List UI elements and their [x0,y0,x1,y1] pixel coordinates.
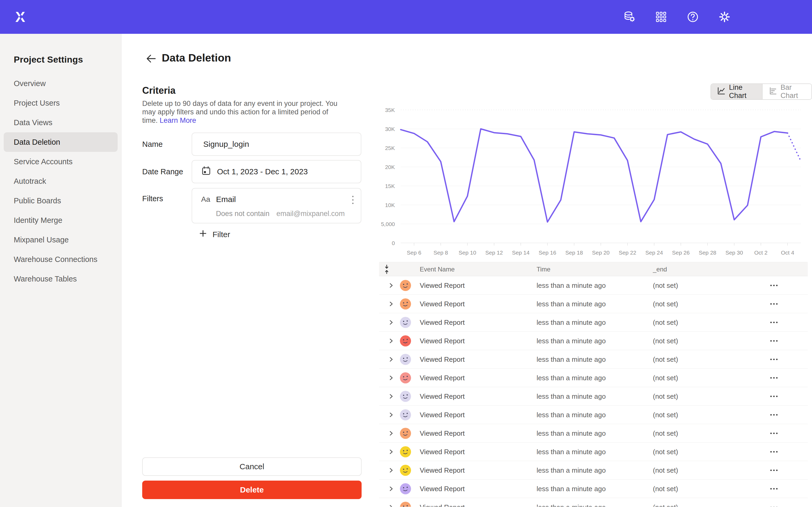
table-row[interactable]: Viewed Report less than a minute ago (no… [379,406,808,424]
filter-card[interactable]: Aa Email Does not contain email@mixpanel… [192,188,361,223]
bar-chart-toggle[interactable]: Bar Chart [763,84,811,99]
y-axis-label: 15K [385,183,395,189]
cancel-button[interactable]: Cancel [142,457,362,476]
x-axis-label: Sep 22 [619,249,637,256]
row-expand-chevron-icon[interactable] [389,480,397,498]
row-menu-icon[interactable] [769,332,780,350]
x-axis-label: Sep 30 [725,249,743,256]
table-row[interactable]: Viewed Report less than a minute ago (no… [379,424,808,443]
topbar-icon-group [622,0,732,34]
date-range-field[interactable]: Oct 1, 2023 - Dec 1, 2023 [192,160,361,183]
row-expand-chevron-icon[interactable] [389,424,397,443]
table-row[interactable]: Viewed Report less than a minute ago (no… [379,387,808,406]
row-expand-chevron-icon[interactable] [389,461,397,480]
table-row[interactable]: Viewed Report less than a minute ago (no… [379,313,808,332]
back-arrow-icon[interactable] [145,52,158,65]
row-expand-chevron-icon[interactable] [389,276,397,295]
time-cell: less than a minute ago [537,480,606,498]
sidebar-item-public-boards[interactable]: Public Boards [0,191,121,211]
y-axis-label: 10K [385,202,395,208]
row-menu-icon[interactable] [769,424,780,443]
row-menu-icon[interactable] [769,461,780,480]
table-row[interactable]: Viewed Report less than a minute ago (no… [379,369,808,387]
user-avatar [400,372,411,383]
sidebar-item-project-users[interactable]: Project Users [0,93,121,113]
filter-operator[interactable]: Does not contain [216,210,270,218]
help-icon[interactable] [685,9,701,24]
row-menu-icon[interactable] [769,369,780,387]
learn-more-link[interactable]: Learn More [160,116,196,124]
mixpanel-logo-icon[interactable]: X [15,9,30,25]
table-row[interactable]: Viewed Report less than a minute ago (no… [379,350,808,369]
time-cell: less than a minute ago [537,369,606,387]
y-axis-label: 30K [385,126,395,132]
name-field[interactable] [192,132,361,156]
user-avatar [400,483,411,494]
sort-vertical-icon[interactable] [383,262,390,277]
sidebar-item-overview[interactable]: Overview [0,74,121,93]
events-table: Event Name Time _end Viewed Report less … [379,262,808,507]
data-management-icon[interactable] [622,9,637,24]
row-menu-icon[interactable] [769,276,780,295]
table-row[interactable]: Viewed Report less than a minute ago (no… [379,461,808,480]
row-menu-icon[interactable] [769,350,780,369]
row-expand-chevron-icon[interactable] [389,369,397,387]
row-menu-icon[interactable] [769,443,780,461]
row-expand-chevron-icon[interactable] [389,350,397,369]
event-name-cell: Viewed Report [420,295,465,313]
row-menu-icon[interactable] [769,387,780,406]
delete-button[interactable]: Delete [142,481,362,499]
x-axis-label: Sep 20 [592,249,610,256]
row-expand-chevron-icon[interactable] [389,332,397,350]
user-avatar [400,446,411,457]
row-menu-icon[interactable] [769,406,780,424]
sidebar-item-warehouse-connections[interactable]: Warehouse Connections [0,249,121,269]
row-expand-chevron-icon[interactable] [389,406,397,424]
table-row[interactable]: Viewed Report less than a minute ago (no… [379,295,808,313]
table-row[interactable]: Viewed Report less than a minute ago (no… [379,276,808,295]
column-header-end[interactable]: _end [653,262,667,277]
bar-chart-icon [768,87,777,97]
filter-menu-icon[interactable] [351,194,355,206]
column-header-time[interactable]: Time [537,262,550,277]
end-cell: (not set) [653,350,678,369]
row-expand-chevron-icon[interactable] [389,498,397,507]
sidebar-item-data-deletion[interactable]: Data Deletion [4,132,118,152]
end-cell: (not set) [653,387,678,406]
add-filter-button[interactable]: Filter [199,229,230,239]
end-cell: (not set) [653,443,678,461]
sidebar-item-warehouse-tables[interactable]: Warehouse Tables [0,269,121,289]
filter-value[interactable]: email@mixpanel.com [276,210,345,218]
row-menu-icon[interactable] [769,480,780,498]
row-menu-icon[interactable] [769,295,780,313]
column-header-event-name[interactable]: Event Name [420,262,455,277]
sidebar-item-autotrack[interactable]: Autotrack [0,171,121,191]
row-expand-chevron-icon[interactable] [389,443,397,461]
event-name-cell: Viewed Report [420,480,465,498]
row-expand-chevron-icon[interactable] [389,387,397,406]
sidebar-item-mixpanel-usage[interactable]: Mixpanel Usage [0,230,121,249]
time-cell: less than a minute ago [537,498,606,507]
table-row[interactable]: Viewed Report less than a minute ago (no… [379,332,808,350]
event-name-cell: Viewed Report [420,332,465,350]
sidebar-item-identity-merge[interactable]: Identity Merge [0,211,121,230]
sidebar-item-data-views[interactable]: Data Views [0,113,121,132]
settings-gear-icon[interactable] [717,9,732,24]
row-expand-chevron-icon[interactable] [389,295,397,313]
row-menu-icon[interactable] [769,498,780,507]
apps-grid-icon[interactable] [653,9,669,24]
row-expand-chevron-icon[interactable] [389,313,397,332]
sidebar-item-service-accounts[interactable]: Service Accounts [0,152,121,171]
x-axis-label: Sep 14 [512,249,530,256]
event-name-cell: Viewed Report [420,369,465,387]
table-row[interactable]: Viewed Report less than a minute ago (no… [379,498,808,507]
end-cell: (not set) [653,480,678,498]
row-menu-icon[interactable] [769,313,780,332]
line-chart-toggle[interactable]: Line Chart [711,84,763,99]
event-name-cell: Viewed Report [420,498,465,507]
name-input[interactable] [203,140,351,149]
event-name-cell: Viewed Report [420,461,465,480]
table-row[interactable]: Viewed Report less than a minute ago (no… [379,443,808,461]
table-row[interactable]: Viewed Report less than a minute ago (no… [379,480,808,498]
date-range-value: Oct 1, 2023 - Dec 1, 2023 [217,167,308,176]
